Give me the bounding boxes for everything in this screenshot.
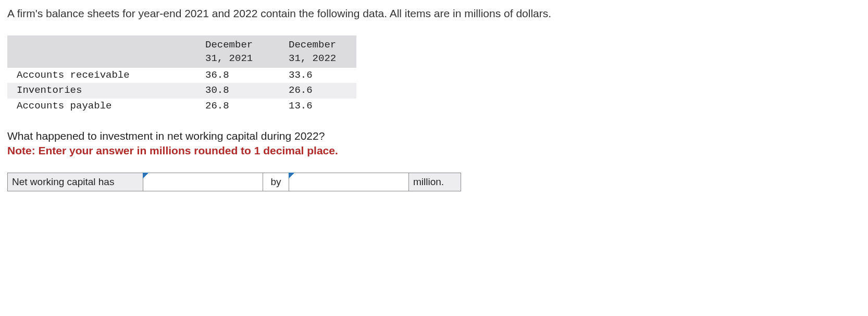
row-val-2021: 26.8 <box>190 99 273 114</box>
question-text: What happened to investment in net worki… <box>7 129 861 143</box>
direction-value <box>143 173 263 191</box>
header-2022-line1: December <box>289 39 336 51</box>
answer-unit: million. <box>409 173 461 191</box>
row-val-2021: 36.8 <box>190 68 273 83</box>
answer-middle: by <box>263 173 289 191</box>
row-label: Inventories <box>7 83 190 99</box>
amount-value <box>289 173 408 191</box>
dropdown-indicator-icon <box>289 173 295 179</box>
row-val-2021: 30.8 <box>190 83 273 99</box>
header-2022-line2: 31, 2022 <box>289 53 336 64</box>
balance-sheet-table: December 31, 2021 December 31, 2022 Acco… <box>7 35 356 114</box>
header-col-2022: December 31, 2022 <box>273 35 356 67</box>
row-val-2022: 13.6 <box>273 99 356 114</box>
table-row: Accounts payable 26.8 13.6 <box>7 99 356 114</box>
header-2021-line2: 31, 2021 <box>205 53 253 64</box>
dropdown-indicator-icon <box>143 173 149 179</box>
table-header-row: December 31, 2021 December 31, 2022 <box>7 35 356 67</box>
row-val-2022: 33.6 <box>273 68 356 83</box>
table-row: Accounts receivable 36.8 33.6 <box>7 68 356 83</box>
note-text: Note: Enter your answer in millions roun… <box>7 143 861 158</box>
header-col-2021: December 31, 2021 <box>190 35 273 67</box>
intro-text: A firm's balance sheets for year-end 202… <box>7 6 861 21</box>
row-val-2022: 26.6 <box>273 83 356 99</box>
header-2021-line1: December <box>205 39 253 51</box>
table-row: Inventories 30.8 26.6 <box>7 83 356 99</box>
header-empty <box>7 35 190 67</box>
direction-dropdown[interactable] <box>143 173 263 191</box>
amount-input[interactable] <box>289 173 409 191</box>
answer-prefix: Net working capital has <box>8 173 143 191</box>
row-label: Accounts receivable <box>7 68 190 83</box>
row-label: Accounts payable <box>7 99 190 114</box>
answer-row: Net working capital has by million. <box>7 173 461 191</box>
